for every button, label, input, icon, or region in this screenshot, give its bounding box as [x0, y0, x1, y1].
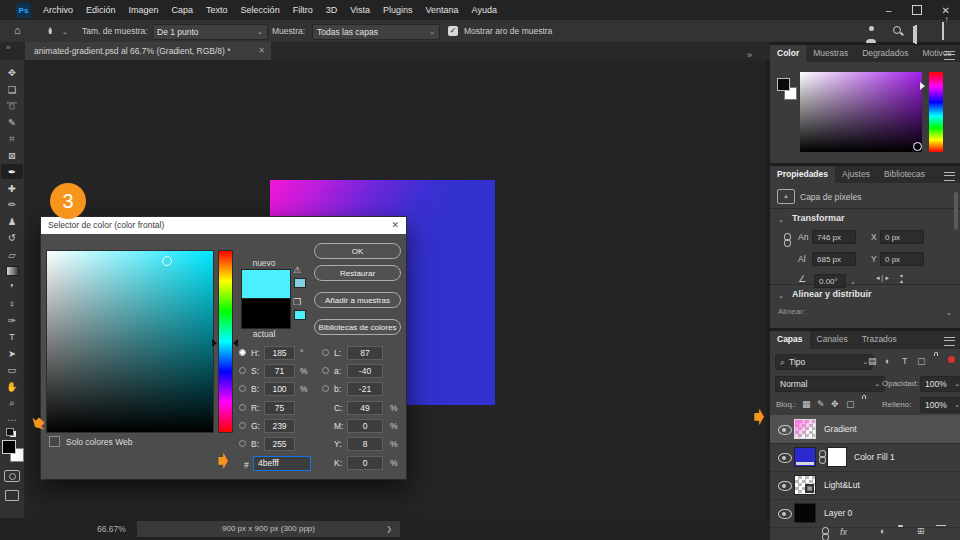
mask-link-icon[interactable]	[819, 450, 825, 463]
tool-eyedropper[interactable]: ✒	[1, 164, 23, 179]
filter-adjustment-icon[interactable]: ◐	[885, 356, 890, 366]
tab-trazados[interactable]: Trazados	[855, 331, 904, 349]
tool-smudge[interactable]: ❜	[1, 280, 23, 295]
dialog-close-icon[interactable]: ✕	[391, 220, 399, 230]
color-libraries-button[interactable]: Bibliotecas de colores	[314, 319, 401, 335]
tab-canales[interactable]: Canales	[810, 331, 855, 349]
visibility-eye-icon[interactable]	[778, 453, 792, 463]
tab-muestras[interactable]: Muestras	[806, 45, 855, 62]
layer-name[interactable]: Light&Lut	[824, 480, 860, 490]
layer-row-color-fill[interactable]: Color Fill 1	[770, 443, 960, 472]
y-input[interactable]: 0 px	[880, 252, 924, 266]
tool-history-brush[interactable]: ↺	[1, 230, 23, 245]
eyedropper-tool-icon[interactable]: ✒	[45, 26, 56, 34]
layer-name[interactable]: Gradient	[824, 424, 857, 434]
menu-texto[interactable]: Texto	[206, 5, 228, 15]
adjustment-layer-icon[interactable]: ◐	[880, 526, 885, 536]
toolbar-collapse-icon[interactable]: »	[6, 43, 10, 52]
hue-slider-right-handle[interactable]	[233, 339, 238, 347]
home-icon[interactable]: ⌂	[14, 24, 21, 36]
layer-name[interactable]: Color Fill 1	[854, 452, 895, 462]
blend-mode-dropdown[interactable]: Normal ⌄	[775, 376, 885, 392]
flip-vertical-icon[interactable]: ▾▴	[900, 274, 903, 283]
menu-vista[interactable]: Vista	[350, 5, 370, 15]
tool-hand[interactable]: ✋	[1, 379, 23, 394]
menu-ventana[interactable]: Ventana	[426, 5, 459, 15]
panel-foreground-swatch[interactable]	[777, 78, 790, 91]
panel-menu-icon[interactable]	[944, 172, 955, 181]
tab-capas[interactable]: Capas	[770, 331, 810, 349]
sample-size-dropdown[interactable]: De 1 punto ⌄	[152, 24, 268, 40]
tool-dodge[interactable]: ♀	[1, 296, 23, 311]
flip-horizontal-icon[interactable]: ◂❘▸	[876, 274, 889, 282]
menu-edicion[interactable]: Edición	[86, 5, 116, 15]
g-input[interactable]: 239	[264, 419, 295, 433]
visibility-eye-icon[interactable]	[778, 481, 792, 491]
panel-collapse-icon[interactable]: »	[747, 50, 752, 60]
status-chevron-icon[interactable]: ❯	[386, 521, 392, 537]
hue-slider[interactable]	[218, 250, 233, 433]
m-input[interactable]: 0	[347, 419, 383, 433]
menu-seleccion[interactable]: Selección	[241, 5, 280, 15]
screen-mode-icon[interactable]	[5, 490, 19, 501]
tool-clone-stamp[interactable]: ♟	[1, 214, 23, 229]
layer-thumbnail[interactable]: ▦	[794, 475, 816, 495]
menu-imagen[interactable]: Imagen	[129, 5, 159, 15]
gamut-clip-swatch[interactable]	[294, 278, 306, 288]
tool-move[interactable]: ✥	[1, 65, 23, 80]
visibility-eye-icon[interactable]	[778, 509, 792, 519]
close-button[interactable]: ✕	[942, 5, 950, 16]
foreground-background-swatches[interactable]	[1, 440, 23, 462]
tool-path-selection[interactable]: ➤	[1, 346, 23, 361]
default-colors-icon[interactable]	[6, 428, 18, 438]
tool-frame[interactable]: ⊠	[1, 148, 23, 163]
g-radio[interactable]	[239, 422, 246, 429]
l-radio[interactable]	[322, 349, 329, 356]
tool-crop[interactable]: ⌗	[1, 131, 23, 146]
lock-transparency-icon[interactable]: ▦	[802, 399, 811, 409]
a-radio[interactable]	[322, 367, 329, 374]
menu-3d[interactable]: 3D	[326, 5, 338, 15]
show-ring-checkbox[interactable]: ✓	[448, 26, 458, 36]
color-field-marker[interactable]	[162, 256, 172, 266]
k-input[interactable]: 0	[347, 456, 383, 470]
b-input[interactable]: 100	[264, 382, 295, 396]
tool-lasso[interactable]: ➰	[1, 98, 23, 113]
filter-image-icon[interactable]: ▤	[868, 356, 877, 366]
restore-button[interactable]: Restaurar	[314, 265, 401, 281]
workspace-icon[interactable]	[915, 25, 917, 44]
panel-menu-icon[interactable]	[944, 337, 955, 346]
align-chevron-icon[interactable]: ⌄	[946, 310, 952, 316]
panel-color-field[interactable]	[800, 72, 922, 152]
fill-dropdown[interactable]: 100% ⌄	[920, 397, 960, 413]
layer-row-lightlut[interactable]: ▦ Light&Lut	[770, 471, 960, 500]
layer-name[interactable]: Layer 0	[824, 508, 852, 518]
current-color-swatch[interactable]	[241, 298, 291, 329]
tool-eraser[interactable]: ▱	[1, 247, 23, 262]
panel-hue-strip[interactable]	[929, 72, 943, 152]
angle-input[interactable]: 0.00°	[814, 274, 846, 288]
edit-toolbar-icon[interactable]: ⋯	[1, 412, 23, 427]
share-icon[interactable]	[942, 22, 944, 40]
lock-artboard-icon[interactable]: ▢	[846, 399, 855, 409]
web-safe-swatch[interactable]	[294, 310, 306, 320]
menu-plugins[interactable]: Plugins	[383, 5, 413, 15]
tab-degradados[interactable]: Degradados	[855, 45, 915, 62]
menu-capa[interactable]: Capa	[172, 5, 194, 15]
r-input[interactable]: 75	[264, 401, 295, 415]
bb-input[interactable]: -21	[347, 382, 383, 396]
tool-gradient[interactable]	[1, 263, 23, 278]
a-input[interactable]: -40	[347, 364, 383, 378]
add-to-swatches-button[interactable]: Añadir a muestras	[314, 292, 401, 308]
collapse-chevron-icon[interactable]: ⌄	[778, 293, 784, 299]
bb-radio[interactable]	[322, 385, 329, 392]
layer-filter-dropdown[interactable]: ⌕Tipo ⌄	[775, 354, 873, 370]
web-cube-icon[interactable]: ❒	[293, 297, 301, 307]
new-layer-icon[interactable]: ⊞	[917, 526, 925, 536]
panel-color-field-marker[interactable]	[913, 142, 922, 151]
collapse-chevron-icon[interactable]: ⌄	[778, 217, 784, 223]
filter-type-icon[interactable]: T	[902, 356, 908, 366]
tab-color[interactable]: Color	[770, 45, 806, 62]
foreground-color-swatch[interactable]	[2, 440, 16, 454]
h-radio[interactable]	[239, 349, 246, 356]
